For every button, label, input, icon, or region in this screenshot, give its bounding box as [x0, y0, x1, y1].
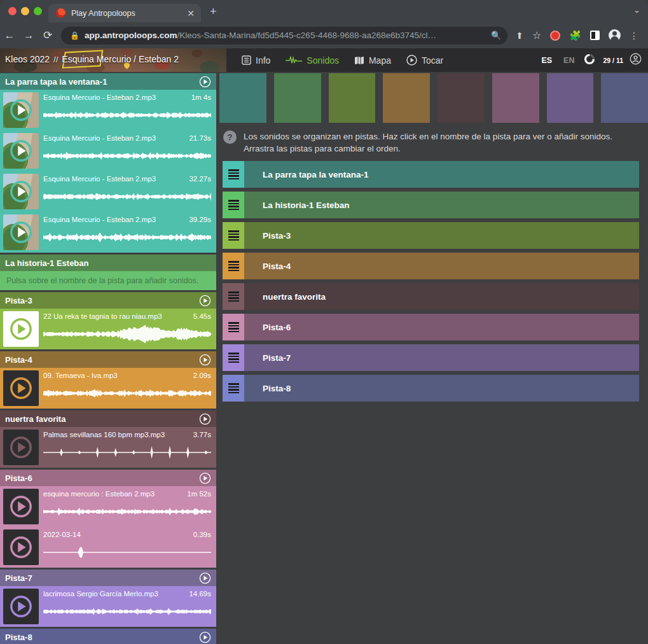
waveform: [43, 324, 211, 344]
waveform: [43, 542, 211, 563]
track-name: nuertra favorita: [5, 414, 199, 424]
track-section-header[interactable]: Pista-4: [0, 351, 216, 368]
drag-handle-icon[interactable]: [223, 253, 244, 279]
browser-toolbar: ← → ⟳ 🔒 app.antropoloops.com/Kleos-Santa…: [0, 22, 648, 48]
new-tab-button[interactable]: +: [210, 6, 217, 17]
tab-search-icon[interactable]: ⌄: [633, 5, 640, 15]
track-row-body[interactable]: Pista-3: [244, 222, 639, 249]
record-extension-icon[interactable]: [550, 31, 560, 41]
track-row[interactable]: nuertra favorita: [223, 283, 639, 310]
drag-handle-icon[interactable]: [223, 222, 244, 249]
back-icon[interactable]: ←: [0, 29, 19, 42]
drag-handle-icon[interactable]: [223, 375, 244, 402]
track-row-body[interactable]: nuertra favorita: [244, 283, 639, 310]
track-row-name: Pista-4: [263, 262, 291, 271]
clip-play-button[interactable]: [3, 589, 39, 624]
tab-tocar[interactable]: Tocar: [406, 55, 443, 66]
clip-duration: 5.45s: [193, 312, 211, 320]
tab-mapa-label: Mapa: [369, 55, 391, 66]
track-color-swatch: [492, 73, 539, 123]
track-row-body[interactable]: Pista-7: [244, 344, 639, 371]
audio-clip: Palmas sevillanas 160 bpm mp3.mp33.77s: [0, 427, 216, 468]
track-name: Pista-7: [5, 573, 199, 583]
reload-icon[interactable]: ⟳: [38, 29, 57, 42]
tab-info-label: Info: [256, 55, 270, 66]
clip-play-button[interactable]: [3, 214, 39, 250]
drag-handle-icon[interactable]: [223, 161, 244, 188]
clip-play-button[interactable]: [3, 174, 39, 209]
track-section-header[interactable]: La parra tapa la ventana-1: [0, 73, 216, 90]
track-section-header[interactable]: Pista-3: [0, 292, 216, 309]
play-track-button[interactable]: [199, 631, 211, 643]
audio-clip: Esquina Mercurio - Esteban 2.mp31m 4s: [0, 90, 216, 130]
drag-handle-icon[interactable]: [223, 344, 244, 371]
audio-clip: Esquina Mercurio - Esteban 2.mp321.73s: [0, 130, 216, 171]
track-section-header[interactable]: Pista-8: [0, 629, 216, 644]
breadcrumb-project[interactable]: Kleos 2022: [5, 54, 50, 64]
window-close-button[interactable]: [8, 7, 17, 15]
track-row-body[interactable]: La parra tapa la ventana-1: [244, 161, 639, 188]
clip-play-button[interactable]: [3, 370, 39, 406]
drag-handle-icon[interactable]: [223, 192, 244, 218]
play-track-button[interactable]: [199, 413, 211, 425]
window-minimize-button[interactable]: [21, 7, 29, 15]
clip-play-button[interactable]: [3, 311, 39, 347]
clip-play-button[interactable]: [3, 489, 39, 524]
track-row[interactable]: Pista-6: [223, 314, 639, 340]
play-track-button[interactable]: [199, 472, 211, 484]
forward-icon[interactable]: →: [19, 29, 38, 42]
track-row-body[interactable]: Pista-4: [244, 253, 639, 279]
browser-menu-icon[interactable]: ⋮: [630, 31, 638, 41]
play-track-button[interactable]: [199, 76, 211, 88]
track-row-body[interactable]: Pista-6: [244, 314, 639, 340]
clip-duration: 32.27s: [189, 175, 211, 183]
track-section-header[interactable]: nuertra favorita: [0, 410, 216, 427]
tab-mapa[interactable]: Mapa: [354, 55, 391, 66]
track-row-body[interactable]: La historia-1 Esteban: [244, 192, 639, 218]
play-track-button[interactable]: [199, 354, 211, 366]
audio-clip: 22 Ua reka te tagnia to rau niau.mp35.45…: [0, 309, 216, 349]
track-row[interactable]: La parra tapa la ventana-1: [223, 161, 639, 188]
browser-tab[interactable]: Play Antropoloops ✕: [48, 4, 201, 22]
extensions-puzzle-icon[interactable]: 🧩: [569, 30, 581, 41]
drag-handle-icon[interactable]: [223, 283, 244, 310]
profile-avatar-icon[interactable]: [609, 29, 621, 41]
track-name: La parra tapa la ventana-1: [5, 77, 199, 87]
lang-es-button[interactable]: ES: [541, 56, 552, 65]
clip-play-button[interactable]: [3, 133, 39, 169]
track-row[interactable]: La historia-1 Esteban: [223, 192, 639, 218]
tab-close-icon[interactable]: ✕: [187, 8, 195, 18]
track-row[interactable]: Pista-7: [223, 344, 639, 371]
share-icon[interactable]: ⬆: [516, 31, 523, 41]
waveform: [43, 227, 211, 248]
track-row[interactable]: Pista-3: [223, 222, 639, 249]
tab-info[interactable]: Info: [242, 55, 270, 66]
clip-play-button[interactable]: [3, 92, 39, 128]
bookmark-star-icon[interactable]: ☆: [532, 29, 541, 41]
track-color-swatch: [547, 73, 594, 123]
clip-filename: Esquina Mercurio - Esteban 2.mp3: [43, 216, 172, 223]
account-icon[interactable]: [630, 53, 642, 67]
waveform: [43, 146, 211, 166]
tab-sonidos[interactable]: Sonidos: [286, 55, 339, 66]
lang-en-button[interactable]: EN: [563, 56, 574, 65]
play-track-button[interactable]: [199, 572, 211, 584]
zoom-indicator-icon[interactable]: 🔍: [491, 31, 501, 40]
sidebar-extension-icon[interactable]: [590, 31, 600, 40]
track-section-header[interactable]: La historia-1 Esteban: [0, 255, 216, 271]
clip-play-button[interactable]: [3, 529, 39, 565]
clip-duration: 39.29s: [189, 216, 211, 223]
url-bar[interactable]: 🔒 app.antropoloops.com/Kleos-Santa-Marin…: [61, 27, 507, 45]
clip-play-button[interactable]: [3, 430, 39, 465]
audio-clip: esquina mercurio : Esteban 2.mp31m 52s: [0, 486, 216, 527]
track-row[interactable]: Pista-4: [223, 253, 639, 279]
drag-handle-icon[interactable]: [223, 314, 244, 340]
track-row[interactable]: Pista-8: [223, 375, 639, 402]
play-track-button[interactable]: [199, 295, 211, 307]
track-section-header[interactable]: Pista-6: [0, 470, 216, 486]
window-zoom-button[interactable]: [34, 7, 42, 15]
track-row-body[interactable]: Pista-8: [244, 375, 639, 402]
track-section-header[interactable]: Pista-7: [0, 570, 216, 586]
track-row-name: Pista-6: [263, 323, 291, 332]
waveform: [43, 383, 211, 403]
